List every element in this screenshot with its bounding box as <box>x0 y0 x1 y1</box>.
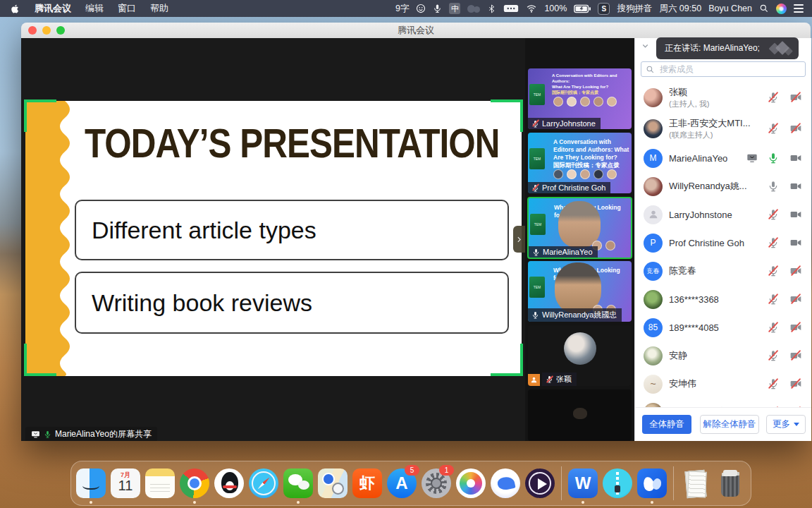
dock-notes[interactable] <box>144 468 176 499</box>
thumb-name: WillyRenandya姚國忠 <box>542 310 617 320</box>
dock-maps[interactable] <box>317 468 348 499</box>
video-thumb-dark[interactable] <box>528 389 632 441</box>
menu-window[interactable]: 窗口 <box>118 2 136 15</box>
menu-edit[interactable]: 编辑 <box>85 2 104 15</box>
member-row[interactable]: 王非-西安交大MTI... (联席主持人) <box>635 113 811 144</box>
dock-divider <box>673 466 674 500</box>
mic-on-icon <box>531 311 539 319</box>
dock-system-preferences[interactable]: 1 <box>421 468 452 499</box>
member-row[interactable]: 136****3368 <box>635 285 811 313</box>
mic-active-icon <box>768 152 779 164</box>
menu-bar: 腾讯会议 编辑 窗口 帮助 9字 中 100% S 搜狗拼音 周六 09:50 … <box>0 0 812 17</box>
sogou-emoji-icon[interactable] <box>416 4 426 13</box>
camera-on-icon <box>790 152 801 164</box>
dock-calendar[interactable]: 7月 11 <box>110 468 141 499</box>
camera-on-icon <box>790 209 801 220</box>
menu-app-name[interactable]: 腾讯会议 <box>35 2 71 15</box>
member-row[interactable]: M MarieAlinaYeo <box>635 144 811 172</box>
dock-tencent-meeting[interactable] <box>636 468 668 499</box>
member-name: 189****4085 <box>669 322 719 333</box>
mic-muted-icon <box>546 375 553 383</box>
dock-finder[interactable] <box>75 468 106 499</box>
chevron-right-icon <box>515 236 523 243</box>
video-thumb-willyrenandya[interactable]: What Are They Looking for? TEM WillyRena… <box>528 261 632 322</box>
apple-menu-icon[interactable] <box>10 4 20 14</box>
mic-on-icon <box>44 430 51 438</box>
video-thumb-larryjohnstone[interactable]: A Conversation with Editors and Authors:… <box>528 68 632 129</box>
poster-line: A Conversation with Editors and Authors: <box>553 138 613 153</box>
dock-xiami-music[interactable]: 虾 <box>352 468 383 499</box>
battery-charging-icon[interactable] <box>574 4 591 13</box>
dock-trash[interactable] <box>714 468 745 499</box>
avatar <box>644 205 663 224</box>
member-name: 安静 <box>669 349 687 362</box>
dock-qq[interactable] <box>214 468 245 499</box>
speaking-banner: 正在讲话: MarieAlinaYeo; <box>656 37 799 59</box>
member-name: 136****3368 <box>669 294 719 305</box>
mic-muted-icon <box>768 294 779 305</box>
dimmed-app-icon[interactable] <box>467 4 480 13</box>
member-row[interactable]: 张颖 (主持人, 我) <box>635 82 811 113</box>
dock-xunlei[interactable] <box>490 468 521 499</box>
dock-media-player[interactable] <box>524 468 555 499</box>
input-language-indicator[interactable]: 中 <box>449 3 460 14</box>
member-search[interactable] <box>641 61 806 77</box>
dock-app-store[interactable]: A 5 <box>386 468 417 499</box>
screen-share-banner: MarieAlinaYeo的屏幕共享 <box>25 427 157 441</box>
spotlight-search-icon[interactable] <box>759 4 769 13</box>
camera-off-icon <box>790 378 801 389</box>
menu-username[interactable]: Boyu Chen <box>708 4 752 13</box>
mute-all-button[interactable]: 全体静音 <box>642 415 691 434</box>
slide-bullet-box: Different article types <box>75 200 509 260</box>
caret-down-icon <box>794 423 799 426</box>
poster-book-icon: TEM <box>529 84 545 105</box>
dock-wechat[interactable] <box>283 468 314 499</box>
dock-wps-office[interactable]: W <box>567 468 598 499</box>
notification-center-icon[interactable] <box>794 4 804 13</box>
member-row[interactable]: ~ 安坤伟 <box>635 370 811 398</box>
member-row[interactable]: 吕旭忠-西安交通 <box>635 398 811 408</box>
keyboard-battery-icon[interactable] <box>503 4 519 13</box>
avatar <box>644 290 663 309</box>
menu-help[interactable]: 帮助 <box>150 2 168 15</box>
member-name: MarieAlinaYeo <box>669 153 727 164</box>
meeting-window: 腾讯会议 TODAY’S PRESENTATION Different arti… <box>21 23 811 441</box>
wifi-icon[interactable] <box>526 4 537 13</box>
dock-safari[interactable] <box>248 468 279 499</box>
slide-bullet-box: Writing book reviews <box>75 272 509 334</box>
slide-accent-band <box>25 101 76 376</box>
ime-name[interactable]: 搜狗拼音 <box>617 3 652 15</box>
member-row[interactable]: P Prof Christine Goh <box>635 229 811 257</box>
member-row[interactable]: 安静 <box>635 341 811 370</box>
search-input[interactable] <box>658 64 788 75</box>
member-name: 王非-西安交大MTI... <box>669 117 751 130</box>
member-name: 张颖 <box>669 86 709 99</box>
member-row[interactable]: LarryJohnstone <box>635 200 811 229</box>
video-thumb-christine-goh[interactable]: A Conversation with Editors and Authors:… <box>528 133 632 193</box>
video-thumb-zhangying[interactable]: 张颖 <box>528 325 632 386</box>
bluetooth-icon[interactable] <box>487 4 496 14</box>
member-row[interactable]: WillyRenandya姚... <box>635 172 811 200</box>
collapse-panel-button[interactable] <box>641 42 650 51</box>
dictation-mic-icon[interactable] <box>433 4 442 13</box>
dock-zip-tool[interactable] <box>602 468 633 499</box>
avatar: 85 <box>644 318 663 337</box>
sogou-ime-icon[interactable]: S <box>598 3 610 15</box>
unmute-all-button[interactable]: 解除全体静音 <box>700 415 759 434</box>
mic-muted-icon <box>531 120 539 128</box>
member-row[interactable]: 竞春 陈竞春 <box>635 257 811 285</box>
member-row[interactable]: 85 189****4085 <box>635 313 811 341</box>
dock-photos[interactable] <box>455 468 486 499</box>
siri-icon[interactable] <box>776 4 787 14</box>
more-button[interactable]: 更多 <box>766 415 806 434</box>
dock-documents-stack[interactable] <box>679 468 710 499</box>
collapse-video-strip-button[interactable] <box>513 226 525 253</box>
window-titlebar[interactable]: 腾讯会议 <box>21 23 811 38</box>
avatar <box>644 177 663 196</box>
menu-clock[interactable]: 周六 09:50 <box>659 3 701 15</box>
dock-chrome[interactable] <box>179 468 210 499</box>
avatar: 竞春 <box>644 262 663 281</box>
poster-line: 国际期刊投稿：专家点拨 <box>553 162 620 169</box>
poster-line: A Conversation with Editors and Authors: <box>552 73 617 83</box>
video-thumb-mariealinayeo[interactable]: What Are They Looking for? TEM MarieAlin… <box>527 197 632 259</box>
